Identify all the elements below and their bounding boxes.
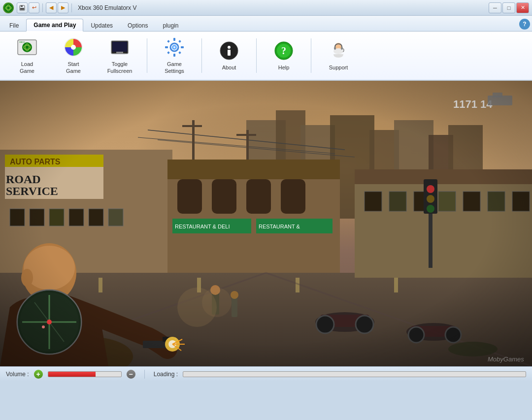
svg-point-27 <box>173 46 175 48</box>
maximize-button[interactable]: □ <box>502 2 515 13</box>
about-icon <box>219 40 239 61</box>
menu-bar: File Game and Play Updates Options plugi… <box>0 16 532 32</box>
about-label: About <box>222 64 236 71</box>
volume-increase-button[interactable]: + <box>34 370 43 379</box>
toggle-fullscreen-label: ToggleFullscreen <box>107 61 133 75</box>
about-button[interactable]: About <box>207 34 251 77</box>
title-bar: ↩ ◀ ▶ Xbox 360 Emulatorx V ─ □ ✕ <box>0 0 532 16</box>
start-game-icon <box>63 37 84 58</box>
start-game-label: StartGame <box>66 61 81 75</box>
help-button-icon: ? <box>273 40 294 61</box>
help-icon[interactable]: ? <box>519 19 530 30</box>
forward-button[interactable]: ▶ <box>58 2 68 13</box>
support-button[interactable]: Support <box>316 34 361 77</box>
minimize-button[interactable]: ─ <box>489 2 501 13</box>
tab-plugin[interactable]: plugin <box>155 19 186 32</box>
tb-separator <box>42 3 43 12</box>
window-controls: ─ □ ✕ <box>489 2 529 13</box>
load-game-icon: XBOX <box>17 37 37 58</box>
support-label: Support <box>329 64 348 71</box>
volume-label: Volume : <box>6 371 29 378</box>
toggle-fullscreen-button[interactable]: ToggleFullscreen <box>98 34 142 77</box>
help-button[interactable]: ? Help <box>262 34 306 77</box>
svg-rect-20 <box>165 46 168 48</box>
save-button[interactable] <box>17 2 28 13</box>
game-settings-button[interactable]: GameSettings <box>152 34 197 77</box>
game-scene: AUTO PARTS ROAD SERVICE RESTAURANT & DEL… <box>0 81 532 366</box>
status-bar: Volume : + − Loading : <box>0 366 532 381</box>
toolbar: XBOX LoadGame StartGame <box>0 32 532 81</box>
svg-rect-16 <box>114 53 125 54</box>
game-settings-icon <box>164 37 185 58</box>
svg-rect-136 <box>0 81 532 366</box>
svg-point-12 <box>71 45 76 50</box>
svg-text:?: ? <box>281 45 286 56</box>
load-game-button[interactable]: XBOX LoadGame <box>5 34 49 77</box>
xbox-logo-icon <box>3 2 14 13</box>
svg-rect-18 <box>173 38 175 41</box>
tab-updates[interactable]: Updates <box>83 19 120 32</box>
svg-rect-37 <box>341 47 343 50</box>
volume-decrease-button[interactable]: − <box>127 370 135 379</box>
svg-rect-23 <box>178 40 181 43</box>
toggle-fullscreen-icon <box>109 37 130 58</box>
game-settings-label: GameSettings <box>165 61 184 75</box>
game-viewport[interactable]: AUTO PARTS ROAD SERVICE RESTAURANT & DEL… <box>0 81 532 366</box>
svg-point-29 <box>228 46 231 49</box>
svg-rect-36 <box>334 47 336 50</box>
svg-rect-21 <box>181 46 184 48</box>
svg-rect-30 <box>228 50 231 56</box>
svg-text:XBOX: XBOX <box>19 41 25 43</box>
svg-rect-14 <box>112 42 127 52</box>
back-button[interactable]: ◀ <box>46 2 57 13</box>
quick-access-toolbar: ↩ ◀ ▶ <box>17 2 74 13</box>
tab-game-and-play[interactable]: Game and Play <box>26 19 83 32</box>
toolbar-sep-2 <box>201 38 202 73</box>
tb-separator-2 <box>71 3 72 12</box>
toolbar-sep-1 <box>147 38 147 73</box>
window-title: Xbox 360 Emulatorx V <box>78 4 489 11</box>
svg-rect-22 <box>167 40 170 43</box>
volume-slider-track[interactable] <box>48 371 122 377</box>
close-button[interactable]: ✕ <box>516 2 529 13</box>
svg-rect-19 <box>173 54 175 57</box>
help-label: Help <box>278 64 290 71</box>
svg-rect-24 <box>167 51 170 54</box>
load-game-label: LoadGame <box>20 61 34 75</box>
app-icon <box>3 2 14 13</box>
toolbar-sep-3 <box>256 38 257 73</box>
start-game-button[interactable]: StartGame <box>51 34 96 77</box>
status-separator <box>144 370 145 379</box>
undo-button[interactable]: ↩ <box>29 2 39 13</box>
loading-bar-track <box>183 371 526 377</box>
svg-rect-4 <box>21 5 23 7</box>
tab-options[interactable]: Options <box>120 19 155 32</box>
tab-file[interactable]: File <box>2 19 26 32</box>
toolbar-sep-4 <box>311 38 311 73</box>
svg-rect-25 <box>178 51 181 54</box>
volume-slider-fill <box>48 372 96 377</box>
support-icon <box>328 40 349 61</box>
svg-rect-5 <box>20 8 24 10</box>
loading-label: Loading : <box>154 371 178 378</box>
svg-rect-15 <box>116 52 123 53</box>
